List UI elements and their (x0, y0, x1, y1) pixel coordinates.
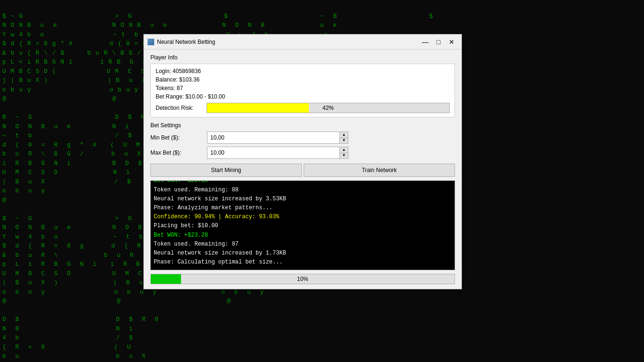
balance-row: Balance: $103.36 (156, 76, 450, 83)
progress-fill (151, 274, 181, 284)
window-body: Player Info Login: 405869836 Balance: $1… (144, 49, 462, 289)
player-info-title: Player Info (150, 54, 455, 61)
train-network-button[interactable]: Train Network (304, 164, 455, 177)
detection-risk-row: Detection Risk: 42% (156, 103, 450, 113)
title-bar: Neural Network Betting — □ ✕ (144, 34, 462, 49)
log-line: Phase: Calculating optimal bet size... (154, 258, 452, 267)
log-line: Neural network size increased by 1.73KB (154, 249, 452, 258)
bet-settings-section: Bet Settings Min Bet ($): ▲ ▼ Max Bet ($… (150, 122, 455, 159)
bet-settings-title: Bet Settings (150, 122, 455, 129)
bet-range-row: Bet Range: $10.00 - $10.00 (156, 93, 450, 100)
min-bet-down[interactable]: ▼ (339, 138, 348, 144)
min-bet-input-container: ▲ ▼ (207, 132, 348, 144)
tokens-row: Tokens: 87 (156, 85, 450, 91)
max-bet-input[interactable] (207, 147, 339, 158)
application-window: Neural Network Betting — □ ✕ Player Info… (143, 34, 462, 289)
detection-risk-label: Detection Risk: (156, 105, 203, 111)
log-line: Neural network size increased by 3.53KB (154, 195, 452, 204)
min-bet-spinner: ▲ ▼ (339, 132, 348, 143)
balance-value: $103.36 (179, 76, 199, 83)
log-line: Phase: Analyzing market patterns... (154, 204, 452, 213)
log-container[interactable]: Confidence: 91.76% | Accuracy: 93.15%Pla… (150, 181, 455, 270)
max-bet-input-container: ▲ ▼ (207, 147, 348, 159)
min-bet-up[interactable]: ▲ (339, 132, 348, 138)
log-line: Token used. Remaining: 88 (154, 186, 452, 195)
tokens-value: 87 (177, 85, 183, 91)
max-bet-up[interactable]: ▲ (339, 147, 348, 153)
bet-range-value: $10.00 - $10.00 (185, 93, 225, 100)
min-bet-row: Min Bet ($): ▲ ▼ (150, 132, 455, 144)
bet-range-label: Bet Range: (156, 93, 184, 100)
minimize-button[interactable]: — (419, 37, 431, 47)
log-line: Bet WON: +$23.18 (154, 181, 452, 186)
close-button[interactable]: ✕ (446, 37, 458, 47)
min-bet-label: Min Bet ($): (150, 134, 207, 141)
start-mining-button[interactable]: Start Mining (150, 164, 302, 177)
max-bet-spinner: ▲ ▼ (339, 147, 348, 158)
detection-risk-fill (207, 103, 309, 113)
login-row: Login: 405869836 (156, 68, 450, 74)
tokens-label: Tokens: (156, 85, 175, 91)
window-controls: — □ ✕ (419, 37, 458, 47)
window-title: Neural Network Betting (157, 39, 419, 45)
login-label: Login: (156, 68, 171, 74)
max-bet-row: Max Bet ($): ▲ ▼ (150, 147, 455, 159)
max-bet-label: Max Bet ($): (150, 149, 207, 156)
login-value: 405869836 (173, 68, 201, 74)
min-bet-input[interactable] (207, 132, 339, 143)
maximize-button[interactable]: □ (432, 37, 445, 47)
detection-risk-text: 42% (322, 105, 334, 111)
progress-bar-container: 10% (150, 274, 455, 284)
max-bet-down[interactable]: ▼ (339, 153, 348, 159)
balance-label: Balance: (156, 76, 178, 83)
app-icon (148, 39, 154, 45)
progress-text: 10% (297, 276, 308, 282)
log-line: Token used. Remaining: 87 (154, 240, 452, 249)
detection-risk-bar: 42% (206, 103, 450, 113)
action-buttons: Start Mining Train Network (150, 164, 455, 177)
player-info-section: Login: 405869836 Balance: $103.36 Tokens… (150, 64, 455, 117)
log-line: Placing bet: $10.00 (154, 222, 452, 230)
log-line: Bet WON: +$23.28 (154, 231, 452, 240)
log-line: Confidence: 90.94% | Accuracy: 93.03% (154, 213, 452, 222)
